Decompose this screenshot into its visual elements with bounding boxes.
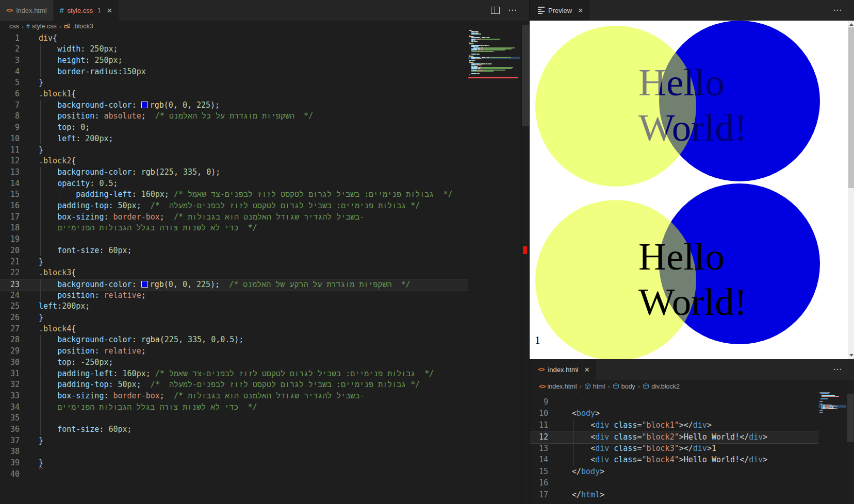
code-line[interactable]: 11 <div class="block1"></div>	[530, 419, 818, 431]
line-number[interactable]: 31	[0, 368, 20, 380]
breadcrumb-symbol-body[interactable]: body	[613, 383, 635, 390]
line-number[interactable]: 4	[0, 66, 20, 78]
css-code-editor[interactable]: 1div{2 width: 250px;3 height: 250px;4 bo…	[0, 32, 468, 504]
line-number[interactable]: 10	[0, 133, 20, 145]
code-line[interactable]: 9 top: 0;	[0, 122, 468, 133]
close-icon[interactable]: ✕	[107, 7, 112, 14]
code-line[interactable]: 14 <div class="block4">Hello World!</div…	[530, 454, 818, 466]
code-line[interactable]: 39}	[0, 458, 468, 469]
code-line[interactable]: 18 כדי לא לשנות צורה בגלל הגבולות הפנימי…	[0, 223, 468, 234]
line-number[interactable]: 23	[0, 279, 20, 291]
line-number[interactable]: 7	[0, 100, 20, 111]
line-number[interactable]: 16	[0, 200, 20, 212]
code-line[interactable]: 8 position: absolute; /* השקפיות מוגדרת …	[0, 111, 468, 122]
preview-scrollbar[interactable]	[848, 21, 854, 359]
line-number[interactable]: 16	[530, 477, 548, 489]
more-actions-icon[interactable]: ⋯	[508, 8, 517, 13]
code-line[interactable]: 31 padding-left: 160px; /* גבולות פנימיי…	[0, 368, 468, 380]
browser-preview[interactable]: Hello World! Hello World! 1	[530, 21, 854, 359]
editor-scrollbar[interactable]	[521, 21, 530, 504]
line-number[interactable]: 32	[0, 379, 20, 391]
line-number[interactable]: 37	[0, 435, 20, 447]
scroll-down-icon[interactable]	[849, 354, 853, 357]
code-line[interactable]: 22.block3{	[0, 267, 468, 279]
line-number[interactable]: 9	[530, 396, 548, 408]
more-actions-icon[interactable]: ⋯	[833, 8, 842, 13]
scroll-up-icon[interactable]	[849, 23, 853, 26]
code-line[interactable]: 11}	[0, 145, 468, 156]
scrollbar-thumb-bottom[interactable]	[847, 394, 854, 442]
line-number[interactable]: 24	[0, 290, 20, 301]
line-number[interactable]: 11	[530, 419, 548, 431]
scrollbar-thumb[interactable]	[522, 25, 529, 126]
code-line[interactable]: 7 background-color: rgb(0, 0, 225);	[0, 100, 468, 111]
line-number[interactable]: 35	[0, 413, 20, 424]
line-number[interactable]: 18	[0, 223, 20, 234]
close-icon[interactable]: ✕	[584, 366, 590, 374]
line-number[interactable]: 19	[0, 234, 20, 245]
line-number[interactable]: 6	[0, 89, 20, 100]
code-line[interactable]: 38	[0, 446, 468, 458]
code-line[interactable]: 24 position: relative;	[0, 290, 468, 301]
line-number[interactable]: 12	[530, 431, 548, 443]
line-number[interactable]: 12	[0, 156, 20, 167]
code-line[interactable]: 27.block4{	[0, 324, 468, 335]
line-number[interactable]: 15	[530, 466, 548, 478]
code-line[interactable]: 13 background-color: rgb(225, 335, 0);	[0, 167, 468, 178]
code-line[interactable]: 36 font-size: 60px;	[0, 424, 468, 435]
code-line[interactable]: 30 top: -250px;	[0, 357, 468, 368]
code-line[interactable]: 29 position: relative;	[0, 346, 468, 357]
line-number[interactable]: 13	[530, 443, 548, 455]
breadcrumb-file[interactable]: <> index.html	[539, 383, 577, 390]
code-line[interactable]: 16	[530, 477, 818, 489]
line-number[interactable]: 8	[0, 111, 20, 122]
code-line[interactable]: 25left:200px;	[0, 301, 468, 312]
more-actions-icon[interactable]: ⋯	[833, 367, 842, 372]
code-line[interactable]: 15 padding-left: 160px; /* גבולות פנימיי…	[0, 189, 468, 200]
code-line[interactable]: 17 box-sizing: border-box; /* בשביל להגד…	[0, 212, 468, 223]
code-line[interactable]: 16 padding-top: 50px; /* גבולות פנימיים:…	[0, 200, 468, 212]
code-line[interactable]: 23 background-color: rgb(0, 0, 225); /* …	[0, 279, 468, 291]
line-number[interactable]: 38	[0, 446, 20, 458]
code-line[interactable]: 13 <div class="block3"></div>1	[530, 443, 818, 455]
line-number[interactable]: 10	[530, 408, 548, 419]
code-line[interactable]: 1div{	[0, 33, 468, 44]
line-number[interactable]: 34	[0, 402, 20, 413]
code-line[interactable]: 17</html>	[530, 489, 818, 501]
code-line[interactable]: 37}	[0, 435, 468, 447]
line-number[interactable]: 25	[0, 301, 20, 312]
line-number[interactable]: 11	[0, 145, 20, 156]
breadcrumb-folder[interactable]: css	[9, 23, 19, 30]
scrollbar-thumb[interactable]	[848, 27, 854, 188]
split-editor-icon[interactable]	[491, 7, 500, 14]
line-number[interactable]: 1	[0, 33, 20, 44]
line-number[interactable]: 26	[0, 312, 20, 324]
line-number[interactable]: 15	[0, 189, 20, 200]
html-code-editor[interactable]: 8</head>910<body>11 <div class="block1">…	[530, 393, 818, 504]
close-icon[interactable]: ✕	[578, 7, 583, 14]
line-number[interactable]: 39	[0, 458, 20, 469]
line-number[interactable]: 36	[0, 424, 20, 435]
code-line[interactable]: 4 border-radius:150px	[0, 66, 468, 78]
code-line[interactable]: 2 width: 250px;	[0, 44, 468, 55]
line-number[interactable]: 2	[0, 44, 20, 55]
code-line[interactable]: 12 <div class="block2">Hello World!</div…	[530, 431, 818, 444]
code-line[interactable]: 34 כדי לא לשנות צורה בגלל הגבולות הפנימי…	[0, 402, 468, 413]
line-number[interactable]: 9	[0, 122, 20, 133]
line-number[interactable]: 5	[0, 77, 20, 89]
code-line[interactable]: 10 left: 200px;	[0, 133, 468, 145]
tab-index-html[interactable]: <> index.html	[0, 0, 54, 21]
code-line[interactable]: 20 font-size: 60px;	[0, 245, 468, 257]
line-number[interactable]: 28	[0, 334, 20, 346]
code-line[interactable]: 6.block1{	[0, 89, 468, 100]
code-line[interactable]: 33 box-sizing: border-box; /* בשביל להגד…	[0, 391, 468, 402]
line-number[interactable]: 13	[0, 167, 20, 178]
line-number[interactable]: 27	[0, 324, 20, 335]
line-number[interactable]: 14	[530, 454, 548, 466]
line-number[interactable]: 20	[0, 245, 20, 257]
code-line[interactable]: 3 height: 250px;	[0, 55, 468, 66]
line-number[interactable]: 17	[530, 489, 548, 501]
code-line[interactable]: 15</body>	[530, 466, 818, 478]
line-number[interactable]: 40	[0, 469, 20, 480]
code-line[interactable]: 12.block2{	[0, 156, 468, 167]
